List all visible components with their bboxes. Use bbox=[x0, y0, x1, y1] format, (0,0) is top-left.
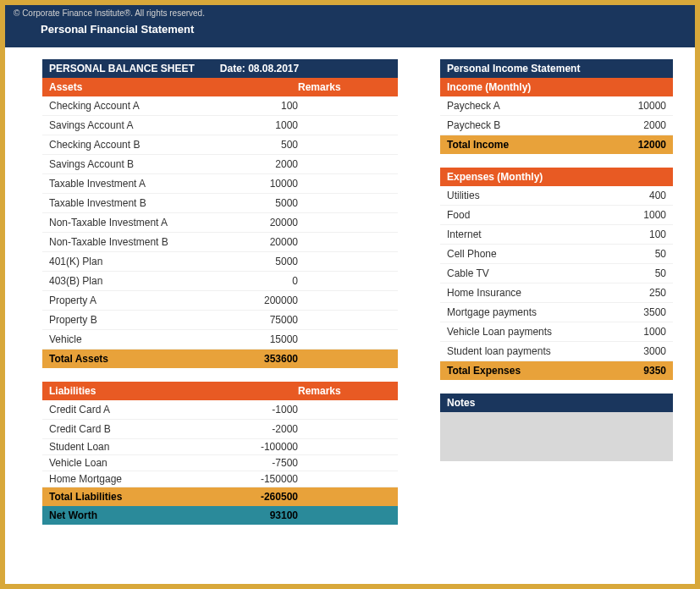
asset-value: 100 bbox=[222, 100, 298, 112]
notes-area bbox=[440, 412, 673, 461]
expense-value: 3000 bbox=[607, 345, 666, 357]
assets-list: Checking Account A100Savings Account A10… bbox=[42, 96, 398, 350]
asset-value: 75000 bbox=[222, 314, 298, 326]
liability-row: Student Loan-100000 bbox=[42, 439, 398, 455]
assets-col-label: Assets bbox=[49, 81, 298, 93]
income-label: Paycheck B bbox=[447, 119, 607, 131]
liabilities-header: Liabilities Remarks bbox=[42, 382, 398, 400]
liability-row: Home Mortgage-150000 bbox=[42, 471, 398, 487]
expense-label: Mortgage payments bbox=[447, 306, 607, 318]
copyright-text: © Corporate Finance Institute®. All righ… bbox=[14, 8, 686, 18]
asset-value: 5000 bbox=[222, 256, 298, 267]
liability-value: -2000 bbox=[222, 423, 298, 435]
liability-row: Vehicle Loan-7500 bbox=[42, 455, 398, 471]
asset-label: Checking Account A bbox=[49, 100, 222, 112]
expense-label: Food bbox=[447, 209, 607, 221]
expense-row: Utilities400 bbox=[440, 186, 673, 206]
liability-label: Student Loan bbox=[49, 441, 222, 453]
liability-label: Credit Card A bbox=[49, 404, 222, 416]
total-income-row: Total Income 12000 bbox=[440, 135, 673, 154]
expense-value: 50 bbox=[607, 267, 666, 279]
income-value: 2000 bbox=[607, 119, 666, 131]
asset-row: Non-Taxable Investment A20000 bbox=[42, 213, 398, 233]
content-area: PERSONAL BALANCE SHEET Date: 08.08.2017 … bbox=[5, 47, 695, 533]
expenses-list: Utilities400Food1000Internet100Cell Phon… bbox=[440, 186, 673, 361]
asset-row: Property A200000 bbox=[42, 291, 398, 311]
expense-row: Vehicle Loan payments1000 bbox=[440, 322, 673, 342]
liabilities-list: Credit Card A-1000Credit Card B-2000Stud… bbox=[42, 400, 398, 487]
asset-row: 401(K) Plan5000 bbox=[42, 252, 398, 272]
asset-label: Savings Account A bbox=[49, 119, 222, 131]
asset-label: Vehicle bbox=[49, 333, 222, 345]
expense-row: Mortgage payments3500 bbox=[440, 303, 673, 322]
liability-row: Credit Card B-2000 bbox=[42, 420, 398, 439]
asset-label: Non-Taxable Investment B bbox=[49, 236, 222, 248]
total-liabilities-label: Total Liabilities bbox=[49, 491, 222, 503]
page-title: Personal Financial Statement bbox=[41, 23, 686, 36]
expense-row: Cable TV50 bbox=[440, 264, 673, 283]
total-assets-row: Total Assets 353600 bbox=[42, 350, 398, 368]
income-statement-label: Personal Income Statement bbox=[447, 63, 580, 74]
total-liabilities-row: Total Liabilities -260500 bbox=[42, 487, 398, 506]
notes-label: Notes bbox=[447, 397, 475, 409]
expense-value: 1000 bbox=[607, 326, 666, 338]
asset-row: Checking Account B500 bbox=[42, 135, 398, 155]
asset-value: 2000 bbox=[222, 158, 298, 170]
liability-label: Home Mortgage bbox=[49, 473, 222, 485]
total-assets-label: Total Assets bbox=[49, 353, 222, 365]
income-row: Paycheck B2000 bbox=[440, 116, 673, 135]
expenses-header: Expenses (Monthly) bbox=[440, 168, 673, 186]
asset-value: 5000 bbox=[222, 197, 298, 209]
asset-row: Property B75000 bbox=[42, 311, 398, 330]
left-column: PERSONAL BALANCE SHEET Date: 08.08.2017 … bbox=[42, 59, 398, 525]
expense-label: Utilities bbox=[447, 190, 607, 201]
expense-value: 400 bbox=[607, 190, 666, 201]
expense-label: Vehicle Loan payments bbox=[447, 326, 607, 338]
asset-value: 500 bbox=[222, 139, 298, 151]
asset-row: 403(B) Plan0 bbox=[42, 272, 398, 291]
expense-value: 250 bbox=[607, 287, 666, 299]
asset-row: Savings Account A1000 bbox=[42, 116, 398, 135]
total-expenses-value: 9350 bbox=[607, 365, 666, 377]
income-statement-title: Personal Income Statement bbox=[440, 59, 673, 78]
header-bar: © Corporate Finance Institute®. All righ… bbox=[5, 5, 695, 47]
asset-row: Vehicle15000 bbox=[42, 330, 398, 350]
asset-label: 401(K) Plan bbox=[49, 256, 222, 267]
total-assets-value: 353600 bbox=[222, 353, 298, 365]
expense-row: Student loan payments3000 bbox=[440, 342, 673, 361]
asset-value: 0 bbox=[222, 275, 298, 287]
right-column: Personal Income Statement Income (Monthl… bbox=[440, 59, 673, 525]
asset-row: Non-Taxable Investment B20000 bbox=[42, 233, 398, 252]
liability-value: -150000 bbox=[222, 473, 298, 485]
liabilities-col-label: Liabilities bbox=[49, 385, 298, 397]
expense-value: 100 bbox=[607, 228, 666, 240]
total-expenses-row: Total Expenses 9350 bbox=[440, 361, 673, 380]
expenses-header-label: Expenses (Monthly) bbox=[447, 171, 543, 183]
expense-row: Internet100 bbox=[440, 225, 673, 245]
asset-row: Savings Account B2000 bbox=[42, 155, 398, 174]
balance-sheet-title: PERSONAL BALANCE SHEET Date: 08.08.2017 bbox=[42, 59, 398, 78]
asset-label: 403(B) Plan bbox=[49, 275, 222, 287]
expense-label: Cable TV bbox=[447, 267, 607, 279]
liability-label: Vehicle Loan bbox=[49, 457, 222, 469]
net-worth-label: Net Worth bbox=[49, 509, 222, 521]
asset-label: Property B bbox=[49, 314, 222, 326]
balance-sheet-label: PERSONAL BALANCE SHEET bbox=[49, 63, 195, 74]
expense-row: Home Insurance250 bbox=[440, 283, 673, 303]
asset-row: Checking Account A100 bbox=[42, 96, 398, 116]
asset-label: Checking Account B bbox=[49, 139, 222, 151]
asset-label: Taxable Investment A bbox=[49, 178, 222, 190]
income-row: Paycheck A10000 bbox=[440, 96, 673, 116]
total-income-value: 12000 bbox=[607, 139, 666, 151]
asset-label: Taxable Investment B bbox=[49, 197, 222, 209]
expense-value: 3500 bbox=[607, 306, 666, 318]
net-worth-value: 93100 bbox=[222, 509, 298, 521]
liabilities-remarks-label: Remarks bbox=[298, 385, 391, 397]
liability-row: Credit Card A-1000 bbox=[42, 400, 398, 420]
liability-value: -100000 bbox=[222, 441, 298, 453]
asset-value: 10000 bbox=[222, 178, 298, 190]
expense-row: Cell Phone50 bbox=[440, 245, 673, 264]
asset-value: 20000 bbox=[222, 217, 298, 228]
total-expenses-label: Total Expenses bbox=[447, 365, 607, 377]
liability-value: -1000 bbox=[222, 404, 298, 416]
